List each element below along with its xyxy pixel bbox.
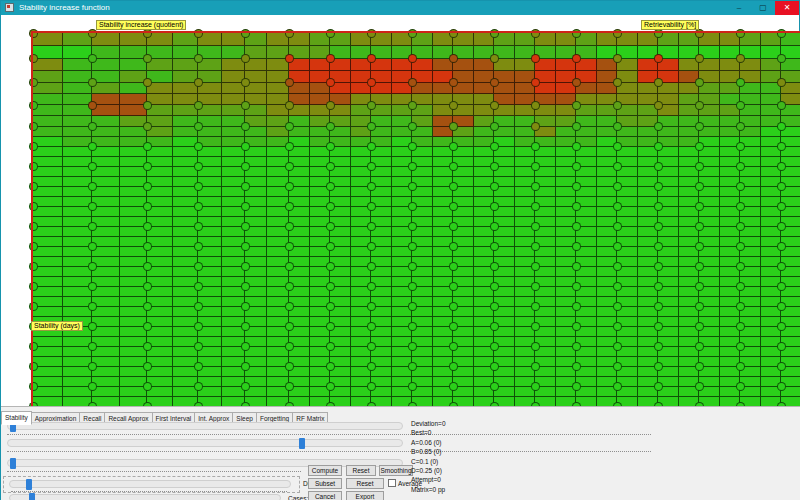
data-point-circle: [490, 342, 499, 351]
data-point-circle: [613, 302, 622, 311]
subset-button[interactable]: Subset: [308, 478, 342, 489]
data-point-circle: [88, 242, 97, 251]
data-point-circle: [777, 302, 786, 311]
slider-thumb-5[interactable]: [29, 493, 35, 500]
data-point-circle: [613, 182, 622, 191]
close-button[interactable]: ✕: [775, 1, 799, 15]
data-point-circle: [241, 362, 250, 371]
maximize-button[interactable]: ▢: [751, 1, 775, 15]
data-point-circle: [449, 302, 458, 311]
label-retrievability: Retrievability [%]: [641, 20, 699, 30]
data-point-circle: [490, 101, 499, 110]
data-point-circle: [285, 101, 294, 110]
data-point-circle: [777, 202, 786, 211]
data-point-circle: [736, 302, 745, 311]
slider-thumb-3[interactable]: [10, 458, 16, 469]
data-point-circle: [695, 101, 704, 110]
data-point-circle: [285, 282, 294, 291]
data-point-circle: [531, 282, 540, 291]
data-point-circle: [449, 242, 458, 251]
data-point-circle: [285, 54, 294, 63]
data-point-circle: [695, 142, 704, 151]
data-point-circle: [572, 101, 581, 110]
data-point-circle: [194, 222, 203, 231]
data-point-circle: [194, 342, 203, 351]
data-point-circle: [736, 342, 745, 351]
data-point-circle: [531, 78, 540, 87]
data-point-circle: [241, 322, 250, 331]
data-point-circle: [695, 242, 704, 251]
data-point-circle: [654, 342, 663, 351]
data-point-circle: [490, 29, 499, 38]
data-point-circle: [531, 342, 540, 351]
data-point-circle: [572, 122, 581, 131]
data-point-circle: [143, 302, 152, 311]
stat-line: A=0.06 (0): [411, 438, 446, 447]
heatmap-cell: [33, 157, 63, 167]
data-point-circle: [490, 54, 499, 63]
data-point-circle: [367, 182, 376, 191]
reset-cases-button[interactable]: Reset Cases: [346, 478, 384, 489]
data-point-circle: [241, 101, 250, 110]
data-point-circle: [449, 142, 458, 151]
heatmap-cell: [33, 94, 63, 105]
data-point-circle: [736, 262, 745, 271]
slider-track-2[interactable]: [7, 439, 403, 447]
heatmap-cell: [33, 247, 63, 257]
data-point-circle: [777, 262, 786, 271]
data-point-circle: [143, 142, 152, 151]
reset-button[interactable]: Reset: [346, 465, 376, 476]
data-point-circle: [241, 242, 250, 251]
data-point-circle: [654, 182, 663, 191]
data-point-circle: [408, 162, 417, 171]
data-point-circle: [408, 142, 417, 151]
cancel-button[interactable]: Cancel: [308, 491, 342, 500]
data-point-circle: [367, 262, 376, 271]
data-point-circle: [241, 142, 250, 151]
data-point-circle: [88, 222, 97, 231]
slider-track-5[interactable]: [9, 494, 281, 500]
data-point-circle: [143, 101, 152, 110]
slider-thumb-2[interactable]: [299, 438, 305, 449]
minimize-button[interactable]: –: [727, 1, 751, 15]
data-point-circle: [29, 29, 38, 38]
data-point-circle: [194, 122, 203, 131]
data-point-circle: [326, 54, 335, 63]
data-point-circle: [572, 322, 581, 331]
data-point-circle: [490, 142, 499, 151]
data-point-circle: [777, 54, 786, 63]
data-point-circle: [777, 222, 786, 231]
data-point-circle: [367, 29, 376, 38]
data-point-circle: [777, 78, 786, 87]
slider-track-4[interactable]: [9, 480, 291, 488]
heatmap-cell: [33, 297, 63, 307]
tab-bar: StabilityApproximationRecallRecall Appro…: [2, 407, 800, 420]
data-point-circle: [326, 222, 335, 231]
data-point-circle: [29, 202, 38, 211]
stat-line: Matrix=0 pp: [411, 485, 446, 494]
slider-track-3[interactable]: [7, 459, 403, 467]
data-point-circle: [241, 282, 250, 291]
data-point-circle: [194, 101, 203, 110]
label-stability-increase: Stability increase (quotient): [96, 20, 186, 30]
data-point-circle: [777, 101, 786, 110]
average-checkbox[interactable]: [388, 479, 396, 487]
data-point-circle: [531, 142, 540, 151]
data-point-circle: [531, 222, 540, 231]
data-point-circle: [613, 142, 622, 151]
data-point-circle: [449, 54, 458, 63]
slider-track-1[interactable]: [7, 422, 403, 430]
data-point-circle: [572, 78, 581, 87]
data-point-circle: [88, 202, 97, 211]
data-point-circle: [449, 362, 458, 371]
data-point-circle: [241, 78, 250, 87]
export-button[interactable]: Export: [346, 491, 384, 500]
data-point-circle: [88, 78, 97, 87]
data-point-circle: [367, 222, 376, 231]
tab-stability[interactable]: Stability: [1, 411, 32, 425]
title-bar: Stability increase function – ▢ ✕: [1, 1, 799, 15]
smoothing-button[interactable]: Smoothing: [379, 465, 413, 476]
data-point-circle: [143, 322, 152, 331]
data-point-circle: [143, 362, 152, 371]
compute-button[interactable]: Compute: [308, 465, 342, 476]
